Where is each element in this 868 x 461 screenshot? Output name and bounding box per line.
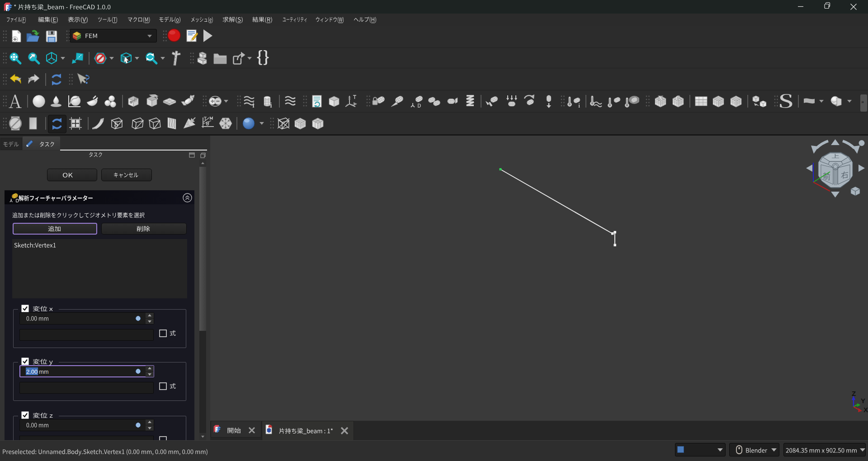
svg-text:Y: Y [861,397,865,405]
svg-text:Z: Z [852,390,856,397]
svg-text:X: X [863,406,868,414]
